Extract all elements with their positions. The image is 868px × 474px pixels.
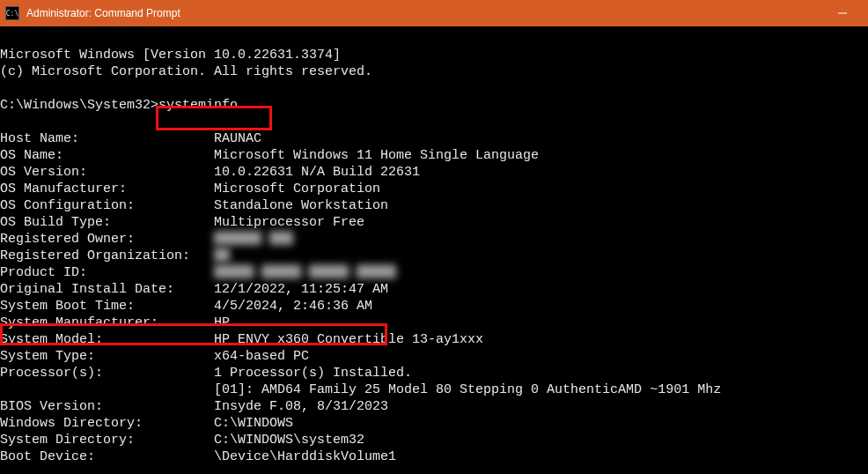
terminal-output[interactable]: Microsoft Windows [Version 10.0.22631.33…	[0, 26, 868, 474]
info-value: HP ENVY x360 Convertible 13-ay1xxx	[214, 332, 483, 347]
info-value: [01]: AMD64 Family 25 Model 80 Stepping …	[214, 382, 721, 397]
info-value: Microsoft Corporation	[214, 181, 380, 196]
minimize-button[interactable]	[822, 0, 863, 26]
info-row: [01]: AMD64 Family 25 Model 80 Stepping …	[0, 381, 868, 398]
info-label: BIOS Version:	[0, 399, 214, 414]
info-row: Host Name: RAUNAC	[0, 130, 868, 147]
version-line: Microsoft Windows [Version 10.0.22631.33…	[0, 48, 341, 63]
info-row: Registered Owner: ██████ ███	[0, 231, 868, 248]
info-row: OS Version: 10.0.22631 N/A Build 22631	[0, 164, 868, 181]
info-value: Insyde F.08, 8/31/2023	[214, 399, 388, 414]
info-row: OS Manufacturer: Microsoft Corporation	[0, 181, 868, 197]
info-value: RAUNAC	[214, 131, 261, 146]
info-label: OS Version:	[0, 165, 214, 180]
info-row: Product ID: █████-█████-█████-█████	[0, 264, 868, 281]
blank-line	[0, 115, 8, 130]
info-label: Registered Owner:	[0, 232, 214, 247]
info-label: OS Manufacturer:	[0, 181, 214, 196]
info-row: System Manufacturer: HP	[0, 315, 868, 331]
info-row: Registered Organization: ██	[0, 248, 868, 264]
info-value: 10.0.22631 N/A Build 22631	[214, 165, 420, 180]
info-label: OS Build Type:	[0, 215, 214, 230]
info-row: System Type: x64-based PC	[0, 348, 868, 365]
info-row: System Model: HP ENVY x360 Convertible 1…	[0, 331, 868, 348]
info-label: System Model:	[0, 332, 214, 347]
info-value: █████-█████-█████-█████	[214, 265, 396, 280]
info-row: System Directory: C:\WINDOWS\system32	[0, 432, 868, 448]
copyright-line: (c) Microsoft Corporation. All rights re…	[0, 64, 372, 79]
prompt-line: C:\Windows\System32>systeminfo	[0, 98, 238, 113]
info-row: OS Name: Microsoft Windows 11 Home Singl…	[0, 147, 868, 164]
info-row: Original Install Date: 12/1/2022, 11:25:…	[0, 281, 868, 298]
info-label: System Type:	[0, 349, 214, 364]
info-label: Boot Device:	[0, 449, 214, 464]
info-row: OS Configuration: Standalone Workstation	[0, 197, 868, 214]
info-value: \Device\HarddiskVolume1	[214, 449, 396, 464]
info-value: C:\WINDOWS\system32	[214, 433, 364, 448]
info-label: Processor(s):	[0, 366, 214, 381]
info-value: Microsoft Windows 11 Home Single Languag…	[214, 148, 539, 163]
command-text: systeminfo	[158, 98, 238, 113]
info-label: Registered Organization:	[0, 248, 214, 263]
info-value: C:\WINDOWS	[214, 416, 293, 431]
info-value: HP	[214, 315, 230, 330]
info-label: System Boot Time:	[0, 299, 214, 314]
info-label: OS Configuration:	[0, 198, 214, 213]
window-title: Administrator: Command Prompt	[26, 7, 180, 19]
info-label: System Directory:	[0, 433, 214, 448]
info-label: Original Install Date:	[0, 282, 214, 297]
info-row: Processor(s): 1 Processor(s) Installed.	[0, 365, 868, 381]
info-value: ██	[214, 248, 230, 263]
info-label: Product ID:	[0, 265, 214, 280]
blank-line	[0, 81, 8, 96]
info-row: System Boot Time: 4/5/2024, 2:46:36 AM	[0, 298, 868, 315]
info-label: System Manufacturer:	[0, 315, 214, 330]
cmd-icon: C:\	[5, 6, 19, 20]
info-label: Host Name:	[0, 131, 214, 146]
info-value: x64-based PC	[214, 349, 309, 364]
titlebar[interactable]: C:\ Administrator: Command Prompt	[0, 0, 868, 26]
prompt-path: C:\Windows\System32>	[0, 98, 158, 113]
info-row: BIOS Version: Insyde F.08, 8/31/2023	[0, 398, 868, 415]
info-row: OS Build Type: Multiprocessor Free	[0, 214, 868, 231]
info-label: OS Name:	[0, 148, 214, 163]
info-row: Boot Device: \Device\HarddiskVolume1	[0, 448, 868, 465]
info-value: Multiprocessor Free	[214, 215, 364, 230]
info-value: Standalone Workstation	[214, 198, 388, 213]
info-value: 1 Processor(s) Installed.	[214, 366, 412, 381]
info-value: 4/5/2024, 2:46:36 AM	[214, 299, 372, 314]
info-value: 12/1/2022, 11:25:47 AM	[214, 282, 388, 297]
systeminfo-output: Host Name: RAUNACOS Name: Microsoft Wind…	[0, 130, 868, 465]
info-label	[0, 382, 214, 397]
info-row: Windows Directory: C:\WINDOWS	[0, 415, 868, 432]
info-value: ██████ ███	[214, 232, 293, 247]
info-label: Windows Directory:	[0, 416, 214, 431]
